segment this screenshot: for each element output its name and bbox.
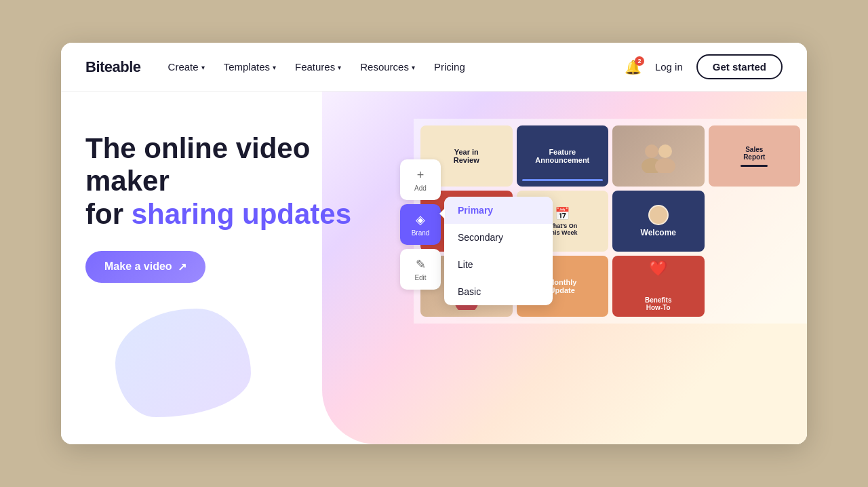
nav-resources[interactable]: Resources ▾ xyxy=(360,61,415,73)
dropdown-item-secondary[interactable]: Secondary xyxy=(444,224,553,251)
nav-create[interactable]: Create ▾ xyxy=(168,61,205,73)
get-started-button[interactable]: Get started xyxy=(696,54,783,79)
hero-title: The online video maker for sharing updat… xyxy=(85,132,370,231)
browser-window: Biteable Create ▾ Templates ▾ Features ▾… xyxy=(61,43,807,444)
notifications-bell[interactable]: 🔔 2 xyxy=(625,59,642,75)
logo[interactable]: Biteable xyxy=(85,58,141,76)
grid-cell-photo-people[interactable] xyxy=(612,125,705,187)
hero-blob xyxy=(115,309,251,417)
dropdown-arrow xyxy=(439,208,445,219)
nav-right: 🔔 2 Log in Get started xyxy=(625,54,783,79)
chevron-down-icon: ▾ xyxy=(338,64,341,71)
hero-section: The online video maker for sharing updat… xyxy=(61,92,807,444)
arrow-icon: ↗ xyxy=(178,260,186,273)
login-button[interactable]: Log in xyxy=(655,61,683,73)
add-tool-button[interactable]: + Add xyxy=(400,159,441,200)
brand-dropdown-menu: Primary Secondary Lite Basic xyxy=(444,197,553,305)
grid-cell-empty-2 xyxy=(709,256,801,317)
nav-pricing[interactable]: Pricing xyxy=(434,61,465,73)
notification-badge: 2 xyxy=(635,56,644,66)
chevron-down-icon: ▾ xyxy=(273,64,276,71)
edit-tool-button[interactable]: ✎ Edit xyxy=(400,249,441,290)
svg-point-0 xyxy=(645,144,658,158)
plus-icon: + xyxy=(417,168,425,182)
nav-links: Create ▾ Templates ▾ Features ▾ Resource… xyxy=(168,61,625,73)
grid-cell-welcome[interactable]: Welcome xyxy=(612,191,705,252)
dropdown-item-basic[interactable]: Basic xyxy=(444,278,553,305)
grid-cell-benefits[interactable]: ❤️ BenefitsHow-To xyxy=(612,256,705,317)
brand-tool-button[interactable]: ◈ Brand xyxy=(400,204,441,245)
brand-icon: ◈ xyxy=(416,212,425,227)
make-video-button[interactable]: Make a video ↗ xyxy=(85,251,205,283)
people-photo xyxy=(612,125,705,187)
edit-icon: ✎ xyxy=(416,257,426,272)
svg-point-2 xyxy=(658,144,672,158)
avatar-icon xyxy=(648,205,669,225)
chevron-down-icon: ▾ xyxy=(412,64,415,71)
hero-content: The online video maker for sharing updat… xyxy=(85,132,370,283)
sidebar-tools: + Add ◈ Brand ✎ Edit xyxy=(400,159,441,290)
dropdown-item-lite[interactable]: Lite xyxy=(444,251,553,278)
nav-templates[interactable]: Templates ▾ xyxy=(224,61,276,73)
grid-cell-empty-1 xyxy=(709,191,801,252)
grid-cell-feature-announcement[interactable]: FeatureAnnouncement xyxy=(517,125,609,187)
grid-cell-sales-report[interactable]: SalesReport xyxy=(709,125,801,187)
navbar: Biteable Create ▾ Templates ▾ Features ▾… xyxy=(61,43,807,92)
nav-features[interactable]: Features ▾ xyxy=(295,61,341,73)
dropdown-item-primary[interactable]: Primary xyxy=(444,197,553,224)
chevron-down-icon: ▾ xyxy=(201,64,205,71)
